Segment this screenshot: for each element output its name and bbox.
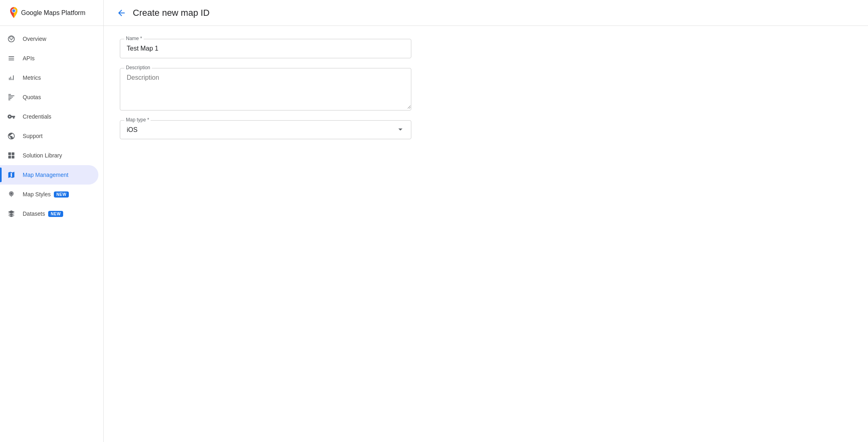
sidebar-item-support-label: Support — [23, 133, 43, 139]
map-type-form-group: Map type * JavaScript Android iOS — [120, 120, 411, 139]
sidebar-item-apis[interactable]: APIs — [0, 49, 98, 68]
overview-icon — [6, 34, 16, 44]
sidebar-header: Google Maps Platform — [0, 0, 103, 26]
metrics-icon — [6, 73, 16, 83]
svg-rect-2 — [9, 96, 15, 96]
form-area: Name * Description Map type * JavaScript… — [104, 26, 428, 162]
sidebar-item-datasets[interactable]: Datasets NEW — [0, 204, 98, 223]
svg-rect-1 — [9, 94, 11, 95]
page-title: Create new map ID — [133, 8, 210, 18]
datasets-icon — [6, 209, 16, 219]
name-input-wrapper: Name * — [120, 39, 411, 58]
sidebar-item-quotas[interactable]: Quotas — [0, 87, 98, 107]
quotas-icon — [6, 92, 16, 102]
sidebar: Google Maps Platform Overview APIs — [0, 0, 104, 442]
support-icon — [6, 131, 16, 141]
solution-library-icon — [6, 151, 16, 160]
google-maps-logo — [6, 6, 21, 20]
svg-point-10 — [11, 193, 12, 194]
sidebar-item-credentials[interactable]: Credentials — [0, 107, 98, 126]
svg-rect-6 — [9, 153, 11, 155]
main-content: Create new map ID Name * Description Map… — [104, 0, 868, 442]
sidebar-item-map-management-label: Map Management — [23, 172, 68, 178]
sidebar-item-metrics[interactable]: Metrics — [0, 68, 98, 87]
description-input-wrapper: Description — [120, 68, 411, 110]
sidebar-item-datasets-label: Datasets — [23, 210, 45, 217]
name-form-group: Name * — [120, 39, 411, 58]
svg-rect-9 — [12, 156, 15, 159]
credentials-icon — [6, 112, 16, 121]
sidebar-item-solution-library[interactable]: Solution Library — [0, 146, 98, 165]
sidebar-item-quotas-label: Quotas — [23, 94, 41, 100]
svg-rect-4 — [9, 98, 12, 99]
map-styles-icon — [6, 189, 16, 199]
sidebar-item-credentials-label: Credentials — [23, 113, 51, 120]
sidebar-item-overview[interactable]: Overview — [0, 29, 98, 49]
sidebar-item-apis-label: APIs — [23, 55, 35, 62]
sidebar-item-metrics-label: Metrics — [23, 74, 41, 81]
svg-rect-3 — [9, 97, 13, 98]
back-button[interactable] — [113, 5, 130, 21]
back-arrow-icon — [117, 8, 126, 18]
main-header: Create new map ID — [104, 0, 868, 26]
sidebar-item-support[interactable]: Support — [0, 126, 98, 146]
svg-rect-8 — [9, 156, 11, 159]
datasets-new-badge: NEW — [48, 211, 63, 217]
svg-rect-7 — [12, 153, 15, 155]
sidebar-title: Google Maps Platform — [21, 9, 85, 17]
sidebar-item-map-styles-label: Map Styles — [23, 191, 51, 198]
sidebar-nav: Overview APIs Metrics — [0, 26, 103, 227]
sidebar-item-map-styles[interactable]: Map Styles NEW — [0, 185, 98, 204]
map-type-select-wrapper: Map type * JavaScript Android iOS — [120, 120, 411, 139]
sidebar-item-overview-label: Overview — [23, 36, 46, 42]
map-management-icon — [6, 170, 16, 180]
sidebar-item-map-management[interactable]: Map Management — [0, 165, 98, 185]
map-type-select[interactable]: JavaScript Android iOS — [120, 121, 411, 139]
apis-icon — [6, 53, 16, 63]
map-styles-new-badge: NEW — [54, 191, 69, 198]
description-form-group: Description — [120, 68, 411, 110]
svg-rect-5 — [9, 100, 11, 100]
description-textarea[interactable] — [120, 68, 411, 109]
name-input[interactable] — [120, 39, 411, 58]
sidebar-item-solution-library-label: Solution Library — [23, 152, 62, 159]
svg-point-0 — [12, 9, 15, 12]
